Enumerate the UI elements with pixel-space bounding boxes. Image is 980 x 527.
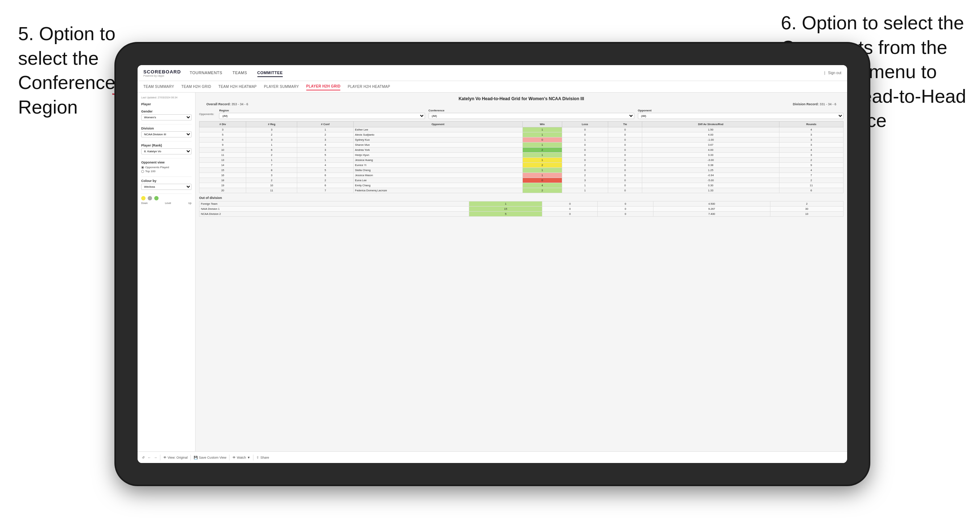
- cell-opponent: Sharon Mun: [353, 143, 522, 148]
- nav-tab-teams[interactable]: TEAMS: [232, 69, 247, 77]
- sidebar-divider-5: [141, 194, 191, 194]
- division-record: Division Record: 331 - 34 - 6: [793, 102, 836, 106]
- cell-opponent: Emily Chang: [353, 183, 522, 188]
- ood-opponent: Foreign Team: [199, 202, 469, 206]
- cell-rounds: 4: [779, 168, 843, 173]
- cell-diff: -0.94: [642, 173, 779, 178]
- division-section: Division NCAA Division III: [141, 127, 191, 137]
- toolbar-back[interactable]: ←: [148, 456, 151, 459]
- sub-tab-player-h2h-grid[interactable]: PLAYER H2H GRID: [306, 83, 340, 90]
- sub-tab-player-h2h-heatmap[interactable]: PLAYER H2H HEATMAP: [348, 83, 390, 90]
- division-select[interactable]: NCAA Division III: [141, 131, 191, 137]
- gender-label: Gender: [141, 110, 191, 113]
- cell-conf: 6: [297, 173, 353, 178]
- nav-separator: |: [824, 71, 826, 75]
- cell-tie: 0: [608, 173, 642, 178]
- opponent-filter-label: Opponent: [638, 109, 843, 112]
- record-row: Overall Record: 353 - 34 - 6 Division Re…: [199, 102, 843, 106]
- cell-conf: 5: [297, 152, 353, 158]
- col-div: # Div: [199, 122, 246, 127]
- cell-rounds: 9: [779, 163, 843, 168]
- out-of-division-row: NCAA Division 2 5 0 0 7.400 10: [199, 211, 843, 217]
- cell-div: 10: [199, 148, 246, 152]
- ood-tie: 0: [598, 211, 653, 217]
- cell-div: 6: [199, 137, 246, 143]
- cell-tie: 0: [608, 127, 642, 132]
- opponent-filter-select[interactable]: (All): [638, 113, 843, 119]
- overall-record: Overall Record: 353 - 34 - 6: [206, 102, 248, 106]
- table-row: 5 2 2 Alexis Sudjianto 1 0 0 4.00 3: [199, 132, 843, 137]
- toolbar-share[interactable]: ⇧ Share: [256, 456, 269, 459]
- legend-labels: Down Level Up: [141, 202, 191, 204]
- region-filter-select[interactable]: (All): [219, 113, 425, 119]
- division-record-label: Division Record:: [793, 102, 819, 106]
- nav-tab-committee[interactable]: COMMITTEE: [258, 69, 283, 77]
- toolbar-watch[interactable]: 👁 Watch ▼: [232, 456, 250, 459]
- ood-opponent: NCAA Division 2: [199, 211, 469, 217]
- sub-tab-player-summary[interactable]: PLAYER SUMMARY: [264, 83, 299, 90]
- out-of-division-title: Out of division: [199, 196, 843, 200]
- cell-loss: 2: [562, 163, 608, 168]
- cell-loss: 1: [562, 137, 608, 143]
- toolbar-save-custom-view[interactable]: 💾 Save Custom View: [194, 456, 226, 459]
- legend-up-circle: [154, 196, 159, 200]
- cell-rounds: 3: [779, 132, 843, 137]
- cell-conf: 2: [297, 178, 353, 183]
- cell-conf: 1: [297, 127, 353, 132]
- radio-opponents-played[interactable]: Opponents Played: [141, 166, 191, 169]
- conference-filter-select[interactable]: (All): [429, 113, 634, 119]
- cell-loss: 0: [562, 148, 608, 152]
- cell-loss: 0: [562, 132, 608, 137]
- cell-win: 1: [522, 168, 562, 173]
- ood-tie: 0: [598, 202, 653, 206]
- cell-tie: 0: [608, 168, 642, 173]
- cell-tie: 0: [608, 148, 642, 152]
- cell-opponent: Sydney Kuo: [353, 137, 522, 143]
- sub-tab-team-h2h-heatmap[interactable]: TEAM H2H HEATMAP: [218, 83, 257, 90]
- nav-tab-tournaments[interactable]: TOURNAMENTS: [190, 69, 222, 77]
- table-row: 11 2 5 Heejo Hyun 1 0 0 3.33 3: [199, 152, 843, 158]
- ood-rounds: 30: [770, 206, 843, 211]
- cell-tie: 0: [608, 132, 642, 137]
- cell-conf: 1: [297, 158, 353, 163]
- legend-level-circle: [148, 196, 152, 200]
- cell-rounds: 4: [779, 127, 843, 132]
- main-content: Last Updated: 27/03/2024 06:34 Player Ge…: [138, 93, 847, 451]
- cell-loss: 0: [562, 127, 608, 132]
- cell-reg: 10: [246, 183, 297, 188]
- cell-conf: 2: [297, 132, 353, 137]
- opponents-label: Opponents:: [199, 113, 214, 116]
- col-conf: # Conf: [297, 122, 353, 127]
- toolbar-forward[interactable]: →: [154, 456, 157, 459]
- gender-select[interactable]: Women's: [141, 114, 191, 121]
- player-rank-select[interactable]: 8. Katelyn Vo: [141, 148, 191, 154]
- sub-tab-team-h2h-grid[interactable]: TEAM H2H GRID: [181, 83, 211, 90]
- radio-top100[interactable]: Top 100: [141, 170, 191, 173]
- overall-record-label: Overall Record:: [206, 102, 231, 106]
- cell-reg: 1: [246, 143, 297, 148]
- cell-div: 15: [199, 168, 246, 173]
- cell-rounds: 6: [779, 188, 843, 193]
- toolbar-view-original[interactable]: 👁 View: Original: [163, 456, 188, 459]
- cell-opponent: Eunice Yi: [353, 163, 522, 168]
- sidebar-divider-4: [141, 176, 191, 177]
- logo-sub: Powered by clippd: [143, 75, 181, 77]
- toolbar-sep-4: [253, 455, 253, 460]
- toolbar-undo[interactable]: ↺: [142, 456, 145, 459]
- cell-div: 18: [199, 178, 246, 183]
- cell-rounds: 3: [779, 137, 843, 143]
- col-opponent: Opponent: [353, 122, 522, 127]
- cell-diff: 0.38: [642, 163, 779, 168]
- sidebar-divider-2: [141, 141, 191, 141]
- out-of-division-row: NAIA Division 1 15 0 0 9.267 30: [199, 206, 843, 211]
- sub-tab-team-summary[interactable]: TEAM SUMMARY: [143, 83, 174, 90]
- region-filter-label: Region: [219, 109, 425, 112]
- cell-div: 16: [199, 173, 246, 178]
- cell-win: 4: [522, 183, 562, 188]
- sign-out-link[interactable]: Sign out: [828, 71, 842, 75]
- cell-tie: 0: [608, 183, 642, 188]
- colour-by-select[interactable]: Win/loss: [141, 184, 191, 190]
- cell-rounds: 2: [779, 178, 843, 183]
- player-rank-label: Player (Rank): [141, 144, 191, 147]
- cell-div: 20: [199, 188, 246, 193]
